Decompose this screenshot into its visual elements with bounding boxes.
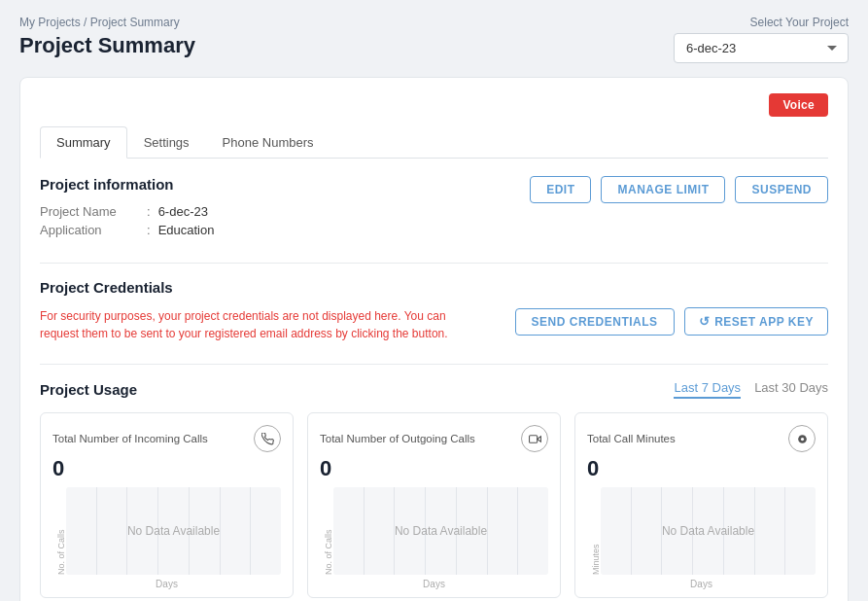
send-credentials-button[interactable]: SEND CREDENTIALS (515, 308, 675, 336)
voice-badge: Voice (769, 93, 828, 117)
divider-2 (40, 364, 828, 365)
project-name-label: Project Name (40, 204, 147, 219)
minutes-y-axis: Minutes (587, 487, 601, 575)
svg-point-3 (800, 437, 803, 440)
video-icon (521, 425, 548, 452)
page-container: My Projects / Project Summary Project Su… (0, 0, 868, 601)
breadcrumb-current: Project Summary (90, 16, 180, 29)
credentials-title: Project Credentials (40, 279, 828, 296)
project-info-section: Project information Project Name : 6-dec… (40, 176, 828, 241)
incoming-chart-inner: No Data Available (66, 487, 281, 575)
outgoing-chart-area: No. of Calls No Data Ava (320, 487, 548, 575)
incoming-chart-label: Total Number of Incoming Calls (52, 433, 208, 444)
credentials-description: For security purposes, your project cred… (40, 307, 468, 342)
project-info-block: Project information Project Name : 6-dec… (40, 176, 214, 241)
period-30-days[interactable]: Last 30 Days (754, 380, 828, 399)
application-value: Education (158, 223, 215, 237)
project-info-actions: EDIT MANAGE LIMIT SUSPEND (530, 176, 828, 203)
incoming-no-data: No Data Available (127, 524, 220, 538)
minutes-chart-label: Total Call Minutes (587, 433, 676, 444)
credentials-actions: SEND CREDENTIALS ↺ RESET APP KEY (515, 307, 828, 336)
voice-badge-row: Voice (40, 93, 828, 117)
usage-header: Project Usage Last 7 Days Last 30 Days (40, 380, 828, 399)
outgoing-count: 0 (320, 456, 548, 481)
record-icon (788, 425, 816, 452)
outgoing-calls-chart: Total Number of Outgoing Calls 0 No. of … (307, 412, 561, 598)
outgoing-no-data: No Data Available (395, 524, 487, 538)
call-minutes-chart: Total Call Minutes 0 Minutes (574, 412, 828, 598)
outgoing-chart-header: Total Number of Outgoing Calls (320, 425, 548, 452)
suspend-button[interactable]: SUSPEND (735, 176, 828, 203)
outgoing-x-axis: Days (320, 579, 548, 589)
incoming-chart-header: Total Number of Incoming Calls (52, 425, 281, 452)
top-header: My Projects / Project Summary Project Su… (19, 16, 849, 63)
credentials-section: Project Credentials For security purpose… (40, 279, 828, 342)
usage-period-selector: Last 7 Days Last 30 Days (674, 380, 828, 399)
breadcrumb: My Projects / Project Summary (19, 16, 195, 29)
minutes-chart-header: Total Call Minutes (587, 425, 816, 452)
period-7-days[interactable]: Last 7 Days (674, 380, 741, 399)
minutes-x-axis: Days (587, 579, 816, 589)
project-info-title: Project information (40, 176, 214, 193)
project-select-area: Select Your Project 6-dec-23 (674, 16, 849, 63)
minutes-chart-area: Minutes No Data Availabl (587, 487, 816, 575)
main-card: Voice Summary Settings Phone Numbers Pro… (19, 77, 849, 601)
tab-settings[interactable]: Settings (127, 126, 206, 159)
outgoing-chart-inner: No Data Available (333, 487, 548, 575)
breadcrumb-separator: / (84, 16, 90, 29)
svg-marker-0 (537, 436, 540, 441)
tab-summary[interactable]: Summary (40, 126, 127, 159)
svg-rect-1 (529, 435, 537, 442)
charts-row: Total Number of Incoming Calls 0 No. of … (40, 412, 828, 598)
reset-app-key-button[interactable]: ↺ RESET APP KEY (684, 307, 828, 336)
divider-1 (40, 263, 828, 264)
credentials-row: For security purposes, your project cred… (40, 307, 828, 342)
manage-limit-button[interactable]: MANAGE LIMIT (601, 176, 725, 203)
project-usage-section: Project Usage Last 7 Days Last 30 Days T… (40, 380, 828, 598)
project-name-value: 6-dec-23 (158, 204, 208, 219)
incoming-y-axis: No. of Calls (52, 487, 66, 575)
page-title: Project Summary (19, 33, 195, 58)
title-area: My Projects / Project Summary Project Su… (19, 16, 195, 58)
project-select-label: Select Your Project (750, 16, 849, 29)
tabs-container: Summary Settings Phone Numbers (40, 126, 828, 159)
minutes-no-data: No Data Available (662, 524, 754, 538)
phone-icon (254, 425, 281, 452)
outgoing-y-axis: No. of Calls (320, 487, 333, 575)
usage-title: Project Usage (40, 381, 137, 398)
minutes-count: 0 (587, 456, 816, 481)
breadcrumb-parent[interactable]: My Projects (19, 16, 81, 29)
project-name-row: Project Name : 6-dec-23 (40, 204, 214, 219)
tab-phone-numbers[interactable]: Phone Numbers (206, 126, 330, 159)
edit-button[interactable]: EDIT (530, 176, 591, 203)
minutes-chart-inner: No Data Available (601, 487, 816, 575)
application-label: Application (40, 223, 147, 237)
incoming-chart-area: No. of Calls No Data Ava (52, 487, 281, 575)
reset-icon: ↺ (699, 314, 711, 329)
incoming-calls-chart: Total Number of Incoming Calls 0 No. of … (40, 412, 294, 598)
incoming-count: 0 (52, 456, 281, 481)
application-row: Application : Education (40, 223, 214, 237)
project-select-dropdown[interactable]: 6-dec-23 (674, 33, 849, 63)
incoming-x-axis: Days (52, 579, 281, 589)
reset-btn-label: RESET APP KEY (714, 315, 814, 329)
outgoing-chart-label: Total Number of Outgoing Calls (320, 433, 475, 444)
